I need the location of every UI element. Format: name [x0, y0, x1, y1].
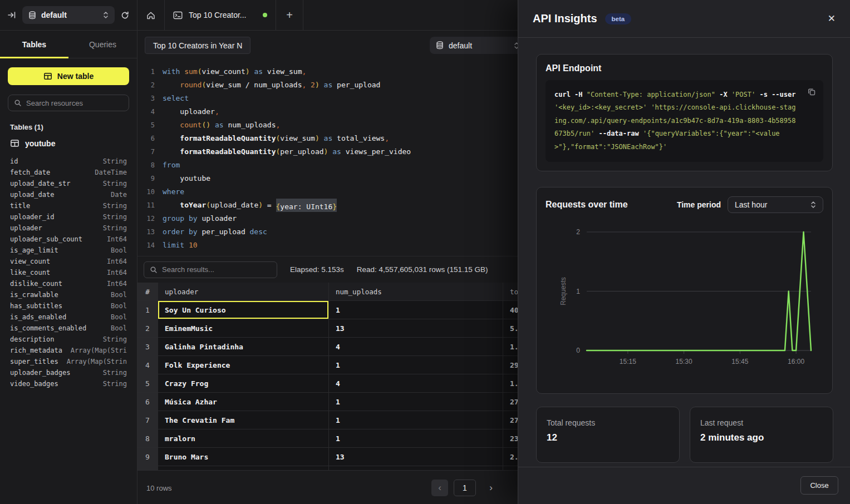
database-selector[interactable]: default — [22, 6, 115, 24]
schema-field[interactable]: view_countInt64 — [8, 256, 129, 267]
terminal-icon — [173, 11, 183, 19]
uploader-cell[interactable]: Crazy Frog — [158, 374, 329, 393]
num-uploads-cell[interactable]: 1 — [329, 301, 503, 319]
schema-field[interactable]: uploader_idString — [8, 211, 129, 223]
results-search[interactable] — [144, 261, 277, 278]
sidebar: New table Tables (1) youtube idStringfet… — [0, 58, 137, 504]
uploader-cell[interactable]: Galinha Pintadinha — [158, 338, 329, 356]
schema-field[interactable]: is_crawlableBool — [8, 289, 129, 300]
row-index-cell[interactable]: 6 — [137, 393, 158, 411]
uploader-cell[interactable]: mralorn — [158, 429, 329, 448]
code-token: as — [254, 65, 263, 78]
schema-field[interactable]: upload_date_strString — [8, 178, 129, 189]
uploader-cell[interactable]: Folk Experience — [158, 356, 329, 374]
tab-tables[interactable]: Tables — [0, 31, 68, 58]
uploader-cell[interactable]: EminemMusic — [158, 319, 329, 338]
num-uploads-cell[interactable] — [329, 466, 503, 470]
num-uploads-cell[interactable]: 1 — [329, 356, 503, 374]
line-number: 9 — [140, 172, 155, 185]
resource-search-input[interactable] — [26, 99, 124, 107]
row-index-cell[interactable]: 4 — [137, 356, 158, 374]
schema-field[interactable]: fetch_dateDateTime — [8, 167, 129, 178]
field-type: String — [103, 335, 127, 343]
schema-field[interactable]: super_titlesArray(Map(Strin — [8, 356, 129, 367]
collapse-sidebar-icon[interactable] — [7, 11, 17, 19]
code-token — [320, 78, 324, 92]
new-tab-button[interactable]: + — [276, 0, 303, 30]
schema-field[interactable]: upload_dateDate — [8, 189, 129, 200]
query-title-button[interactable]: Top 10 Creators in Year N — [145, 37, 250, 54]
schema-field[interactable]: descriptionString — [8, 334, 129, 345]
tab-queries[interactable]: Queries — [68, 31, 137, 58]
row-index-cell[interactable] — [137, 466, 158, 470]
code-token: youtube — [163, 172, 210, 185]
num-uploads-cell[interactable]: 1 — [329, 429, 503, 448]
schema-field[interactable]: dislike_countInt64 — [8, 278, 129, 289]
column-header-uploader[interactable]: uploader — [158, 283, 329, 301]
schema-field[interactable]: like_countInt64 — [8, 267, 129, 278]
panel-footer-divider — [518, 467, 850, 467]
column-header-index[interactable]: # — [137, 283, 158, 301]
copy-icon[interactable] — [807, 87, 816, 96]
schema-field[interactable]: video_badgesString — [8, 378, 129, 389]
pagination-page-button[interactable]: 1 — [454, 480, 476, 496]
column-header-num-uploads[interactable]: num_uploads — [329, 283, 503, 301]
new-table-button[interactable]: New table — [8, 67, 129, 85]
schema-field[interactable]: uploader_badgesString — [8, 367, 129, 378]
num-uploads-cell[interactable]: 4 — [329, 338, 503, 356]
schema-field[interactable]: uploader_sub_countInt64 — [8, 234, 129, 245]
time-period-select[interactable]: Last hour — [728, 196, 823, 213]
code-token: view_count — [202, 65, 245, 78]
row-index-cell[interactable]: 1 — [137, 301, 158, 319]
uploader-cell[interactable] — [158, 466, 329, 470]
row-index-cell[interactable]: 3 — [137, 338, 158, 356]
pagination-next-button[interactable]: › — [485, 480, 497, 496]
database-icon — [436, 41, 444, 50]
schema-field[interactable]: titleString — [8, 200, 129, 211]
num-uploads-cell[interactable]: 13 — [329, 319, 503, 338]
results-search-input[interactable] — [162, 265, 271, 274]
num-uploads-cell[interactable]: 1 — [329, 393, 503, 411]
pagination-prev-button[interactable]: ‹ — [431, 480, 448, 496]
home-button[interactable] — [137, 0, 165, 30]
query-tab[interactable]: Top 10 Creator... — [165, 0, 276, 30]
schema-field[interactable]: is_age_limitBool — [8, 245, 129, 256]
refresh-icon[interactable] — [120, 11, 130, 20]
num-uploads-cell[interactable]: 13 — [329, 448, 503, 466]
code-token: count — [180, 118, 202, 132]
curl-segment: -X — [715, 91, 731, 98]
schema-field[interactable]: has_subtitlesBool — [8, 300, 129, 312]
close-icon[interactable]: ✕ — [828, 13, 836, 24]
uploader-cell[interactable]: The Crevatin Fam — [158, 411, 329, 429]
num-uploads-cell[interactable]: 1 — [329, 411, 503, 429]
sidebar-item-youtube[interactable]: youtube — [10, 139, 129, 148]
row-index-cell[interactable]: 9 — [137, 448, 158, 466]
field-name: uploader — [10, 224, 42, 232]
curl-segment: -s --user — [755, 91, 795, 98]
field-name: uploader_badges — [10, 369, 70, 377]
uploader-cell[interactable]: Música Azhar — [158, 393, 329, 411]
schema-field[interactable]: rich_metadataArray(Map(Stri — [8, 345, 129, 356]
schema-field[interactable]: is_ads_enabledBool — [8, 312, 129, 323]
row-index-cell[interactable]: 7 — [137, 411, 158, 429]
num-uploads-cell[interactable]: 4 — [329, 374, 503, 393]
row-index-cell[interactable]: 8 — [137, 429, 158, 448]
query-database-selector[interactable]: default — [430, 37, 525, 54]
code-token: view_sum — [280, 132, 315, 145]
code-token: formatReadableQuantity — [180, 145, 276, 159]
last-request-value: 2 minutes ago — [700, 432, 823, 443]
schema-field[interactable]: is_comments_enabledBool — [8, 323, 129, 334]
schema-field[interactable]: uploaderString — [8, 223, 129, 234]
resource-search[interactable] — [8, 95, 129, 111]
schema-field[interactable]: idString — [8, 156, 129, 167]
code-token: as — [324, 132, 333, 145]
close-button[interactable]: Close — [800, 476, 838, 495]
code-token: ) — [245, 65, 250, 78]
unsaved-dot-icon — [263, 13, 267, 17]
row-index-cell[interactable]: 2 — [137, 319, 158, 338]
code-token: as — [215, 118, 224, 132]
row-index-cell[interactable]: 5 — [137, 374, 158, 393]
uploader-cell[interactable]: Soy Un Curioso — [158, 301, 329, 319]
uploader-cell[interactable]: Bruno Mars — [158, 448, 329, 466]
code-token: , — [385, 132, 389, 145]
